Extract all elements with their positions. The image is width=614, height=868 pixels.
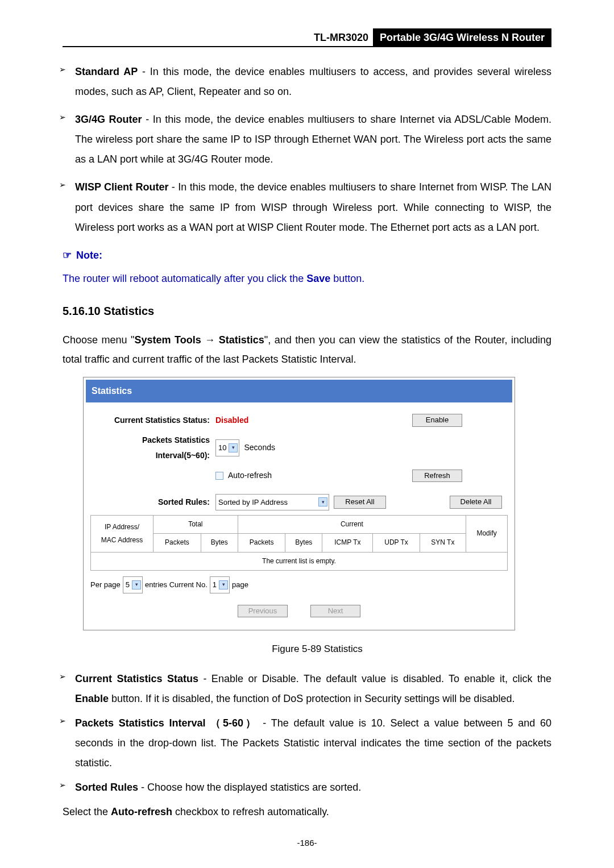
col-group-current: Current bbox=[238, 516, 466, 534]
col-packets2: Packets bbox=[238, 534, 285, 552]
list-item: Packets Statistics Interval （5-60） - The… bbox=[75, 713, 551, 773]
chevron-down-icon: ▾ bbox=[318, 497, 327, 506]
panel-title: Statistics bbox=[86, 380, 512, 402]
mode-body: - In this mode, the device enables multi… bbox=[75, 114, 551, 165]
previous-button[interactable]: Previous bbox=[238, 605, 288, 618]
current-no-select[interactable]: 1 ▾ bbox=[210, 576, 230, 593]
section-intro: Choose menu "System Tools → Statistics",… bbox=[63, 330, 551, 369]
statistics-table: IP Address/ MAC Address Total Current Mo… bbox=[90, 515, 508, 571]
col-icmp: ICMP Tx bbox=[322, 534, 373, 552]
col-bytes: Bytes bbox=[201, 534, 238, 552]
col-bytes2: Bytes bbox=[285, 534, 322, 552]
reset-all-button[interactable]: Reset All bbox=[334, 496, 386, 509]
per-page-select[interactable]: 5 ▾ bbox=[123, 576, 143, 593]
chevron-down-icon: ▾ bbox=[219, 580, 228, 589]
col-packets: Packets bbox=[154, 534, 201, 552]
description-list: Current Statistics Status - Enable or Di… bbox=[63, 669, 551, 798]
tail-paragraph: Select the Auto-refresh checkbox to refr… bbox=[63, 802, 551, 821]
mode-title: Standard AP bbox=[75, 66, 138, 77]
next-button[interactable]: Next bbox=[310, 605, 360, 618]
note-label: Note: bbox=[76, 246, 102, 265]
list-item: 3G/4G Router - In this mode, the device … bbox=[75, 110, 551, 169]
interval-label: Packets Statistics Interval(5~60): bbox=[90, 433, 215, 464]
interval-unit: Seconds bbox=[244, 440, 275, 455]
list-item: Sorted Rules - Choose how the displayed … bbox=[75, 778, 551, 798]
auto-refresh-label: Auto-refresh bbox=[228, 468, 272, 483]
list-item: Standard AP - In this mode, the device e… bbox=[75, 62, 551, 102]
chevron-down-icon: ▾ bbox=[229, 443, 238, 452]
statistics-panel: Statistics Current Statistics Status: Di… bbox=[83, 377, 515, 630]
col-modify: Modify bbox=[466, 516, 508, 553]
mode-list: Standard AP - In this mode, the device e… bbox=[63, 62, 551, 238]
page-header: TL-MR3020 Portable 3G/4G Wireless N Rout… bbox=[63, 28, 551, 47]
col-syn: SYN Tx bbox=[420, 534, 466, 552]
refresh-button[interactable]: Refresh bbox=[412, 470, 462, 483]
empty-row: The current list is empty. bbox=[91, 552, 508, 570]
pointing-hand-icon: ☞ bbox=[63, 246, 72, 265]
table-pager-config: Per page 5 ▾ entries Current No. 1 ▾ pag… bbox=[90, 576, 508, 593]
product-label: Portable 3G/4G Wireless N Router bbox=[373, 28, 551, 46]
enable-button[interactable]: Enable bbox=[412, 414, 462, 427]
list-item: WISP Client Router - In this mode, the d… bbox=[75, 177, 551, 237]
mode-title: 3G/4G Router bbox=[75, 114, 142, 125]
auto-refresh-checkbox[interactable] bbox=[215, 472, 223, 480]
list-item: Current Statistics Status - Enable or Di… bbox=[75, 669, 551, 709]
mode-body: - In this mode, the device enables multi… bbox=[75, 66, 551, 97]
figure-block: Statistics Current Statistics Status: Di… bbox=[83, 377, 551, 658]
section-heading: 5.16.10 Statistics bbox=[63, 300, 551, 322]
col-ip: IP Address/ MAC Address bbox=[91, 516, 154, 553]
status-value: Disabled bbox=[215, 413, 248, 428]
page-number: -186- bbox=[0, 838, 614, 848]
model-label: TL-MR3020 bbox=[309, 28, 373, 46]
sorted-rules-label: Sorted Rules: bbox=[90, 495, 215, 510]
mode-title: WISP Client Router bbox=[75, 181, 168, 193]
body-content: Standard AP - In this mode, the device e… bbox=[63, 62, 551, 821]
col-udp: UDP Tx bbox=[373, 534, 420, 552]
chevron-down-icon: ▾ bbox=[132, 580, 141, 589]
note-body: The router will reboot automatically aft… bbox=[63, 269, 551, 289]
sorted-rules-select[interactable]: Sorted by IP Address ▾ bbox=[215, 494, 329, 510]
delete-all-button[interactable]: Delete All bbox=[450, 496, 502, 509]
interval-select[interactable]: 10 ▾ bbox=[215, 439, 239, 456]
status-label: Current Statistics Status: bbox=[90, 413, 215, 428]
figure-caption: Figure 5-89 Statistics bbox=[83, 639, 551, 658]
note-header: ☞ Note: bbox=[63, 246, 551, 265]
col-group-total: Total bbox=[154, 516, 238, 534]
